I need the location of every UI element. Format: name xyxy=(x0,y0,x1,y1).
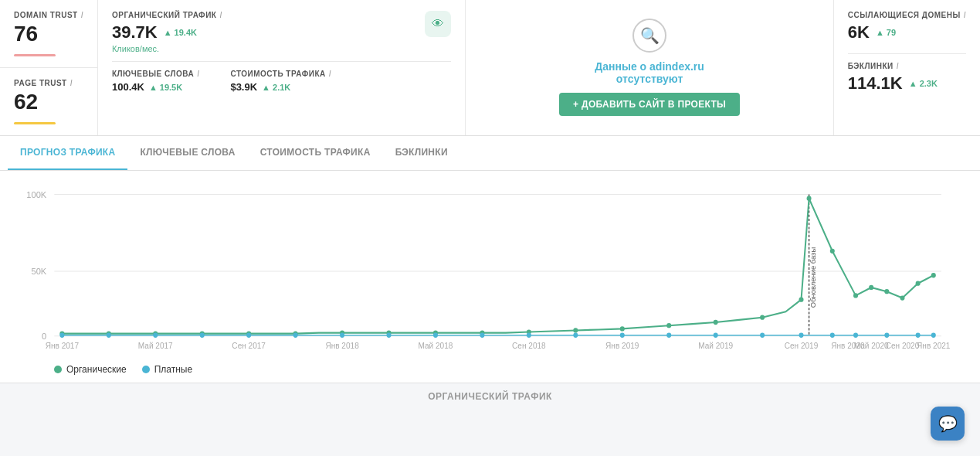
keywords-info-icon[interactable]: i xyxy=(197,70,199,78)
keywords-delta: ▲ 19.5K xyxy=(149,83,182,92)
tab-keywords[interactable]: КЛЮЧЕВЫЕ СЛОВА xyxy=(127,136,247,170)
empty-site-card: 🔍 Данные о adindex.ru отсутствуют + ДОБА… xyxy=(466,0,833,135)
backlinks-title: БЭКЛИНКИ i xyxy=(848,62,966,70)
svg-point-53 xyxy=(916,332,921,337)
domain-trust-value: 76 xyxy=(14,22,83,46)
legend-paid-label: Платные xyxy=(154,364,192,375)
svg-point-42 xyxy=(480,332,484,337)
chart-container: 100K 50K 0 Обновление базы xyxy=(23,186,957,356)
svg-text:Янв 2018: Янв 2018 xyxy=(325,341,359,349)
svg-point-19 xyxy=(573,328,578,332)
domain-trust-title: DOMAIN TRUST i xyxy=(14,11,83,19)
domain-trust-info-icon[interactable]: i xyxy=(81,11,83,19)
page-trust-info-icon[interactable]: i xyxy=(70,79,73,87)
tabs-bar: ПРОГНОЗ ТРАФИКА КЛЮЧЕВЫЕ СЛОВА СТОИМОСТЬ… xyxy=(0,136,980,171)
svg-text:Сен 2020: Сен 2020 xyxy=(886,341,920,349)
legend-organic-dot xyxy=(54,366,62,373)
svg-point-38 xyxy=(293,332,298,337)
svg-point-22 xyxy=(714,319,718,324)
svg-point-54 xyxy=(931,332,936,337)
referring-domains-card: ССЫЛАЮЩИЕСЯ ДОМЕНЫ i 6K ▲ 79 xyxy=(848,11,966,43)
organic-top-left: ОРГАНИЧЕСКИЙ ТРАФИК i 39.7K ▲ 19.4K Клик… xyxy=(112,11,222,53)
svg-point-37 xyxy=(246,332,251,337)
svg-point-40 xyxy=(387,332,392,337)
organic-divider xyxy=(112,61,451,62)
organic-traffic-card: ОРГАНИЧЕСКИЙ ТРАФИК i 39.7K ▲ 19.4K Клик… xyxy=(98,0,466,135)
tab-backlinks[interactable]: БЭКЛИНКИ xyxy=(383,136,460,170)
backlinks-delta: ▲ 2.3K xyxy=(909,79,938,88)
top-cards-row: DOMAIN TRUST i 76 PAGE TRUST i 62 ОРГАНИ… xyxy=(0,0,980,136)
svg-point-35 xyxy=(153,332,158,337)
backlinks-info-icon[interactable]: i xyxy=(897,62,899,70)
svg-point-48 xyxy=(760,332,765,337)
svg-text:Сен 2019: Сен 2019 xyxy=(785,341,819,349)
traffic-cost-mini-card: СТОИМОСТЬ ТРАФИКА i $3.9K ▲ 2.1K xyxy=(230,70,331,93)
svg-text:Май 2019: Май 2019 xyxy=(698,341,733,349)
svg-text:Май 2018: Май 2018 xyxy=(419,341,453,349)
organic-traffic-info-icon[interactable]: i xyxy=(219,11,222,19)
traffic-cost-delta: ▲ 2.1K xyxy=(262,83,290,92)
page-trust-bar xyxy=(14,122,56,124)
svg-point-39 xyxy=(340,332,344,337)
tab-traffic-forecast[interactable]: ПРОГНОЗ ТРАФИКА xyxy=(8,136,127,170)
svg-point-29 xyxy=(884,289,889,294)
keywords-mini-card: КЛЮЧЕВЫЕ СЛОВА i 100.4K ▲ 19.5K xyxy=(112,70,199,93)
tab-traffic-cost[interactable]: СТОИМОСТЬ ТРАФИКА xyxy=(248,136,383,170)
backlinks-card: БЭКЛИНКИ i 114.1K ▲ 2.3K xyxy=(848,62,966,94)
page-trust-title: PAGE TRUST i xyxy=(14,79,83,87)
svg-text:Сен 2017: Сен 2017 xyxy=(232,341,266,349)
keywords-value: 100.4K xyxy=(112,81,144,93)
svg-point-41 xyxy=(433,332,438,337)
svg-text:Май 2017: Май 2017 xyxy=(138,341,173,349)
legend-paid: Платные xyxy=(142,364,192,375)
svg-point-27 xyxy=(853,293,858,298)
backlinks-value: 114.1K xyxy=(848,73,903,94)
svg-text:50K: 50K xyxy=(32,267,47,276)
organic-traffic-value: 39.7K xyxy=(112,22,158,43)
svg-point-47 xyxy=(714,332,718,337)
traffic-cost-info-icon[interactable]: i xyxy=(329,70,331,78)
svg-point-36 xyxy=(200,332,205,337)
svg-text:Янв 2019: Янв 2019 xyxy=(605,341,639,349)
svg-point-46 xyxy=(666,332,671,337)
svg-point-32 xyxy=(931,273,936,277)
svg-point-31 xyxy=(916,281,921,285)
chart-area: 100K 50K 0 Обновление базы xyxy=(0,171,980,383)
svg-text:Обновление базы: Обновление базы xyxy=(809,247,817,307)
svg-point-34 xyxy=(107,332,111,337)
organic-top: ОРГАНИЧЕСКИЙ ТРАФИК i 39.7K ▲ 19.4K Клик… xyxy=(112,11,451,53)
svg-point-49 xyxy=(799,332,803,337)
svg-text:100K: 100K xyxy=(26,189,46,199)
right-cards: ССЫЛАЮЩИЕСЯ ДОМЕНЫ i 6K ▲ 79 БЭКЛИНКИ i … xyxy=(834,0,980,135)
referring-domains-delta: ▲ 79 xyxy=(876,28,896,37)
add-site-button[interactable]: + ДОБАВИТЬ САЙТ В ПРОЕКТЫ xyxy=(559,93,740,116)
svg-point-50 xyxy=(830,332,835,337)
organic-traffic-delta: ▲ 19.4K xyxy=(164,28,197,37)
svg-point-24 xyxy=(799,297,803,301)
svg-text:0: 0 xyxy=(42,331,46,340)
svg-point-44 xyxy=(573,332,578,337)
svg-point-43 xyxy=(527,332,531,337)
domain-trust-card: DOMAIN TRUST i 76 xyxy=(0,0,97,68)
referring-domains-info-icon[interactable]: i xyxy=(964,11,966,19)
svg-point-20 xyxy=(620,326,625,331)
right-divider xyxy=(848,53,966,54)
organic-line xyxy=(62,198,933,333)
search-icon: 🔍 xyxy=(632,19,666,53)
svg-point-21 xyxy=(666,323,671,328)
page-trust-card: PAGE TRUST i 62 xyxy=(0,68,97,135)
organic-eye-icon: 👁 xyxy=(425,11,451,37)
svg-point-33 xyxy=(59,332,64,337)
legend-organic-label: Органические xyxy=(66,364,127,375)
legend-organic: Органические xyxy=(54,364,127,375)
svg-point-52 xyxy=(884,332,889,337)
chart-legend: Органические Платные xyxy=(23,356,957,375)
organic-traffic-title: ОРГАНИЧЕСКИЙ ТРАФИК i xyxy=(112,11,222,19)
svg-point-25 xyxy=(807,196,812,200)
svg-point-51 xyxy=(853,332,858,337)
traffic-cost-value: $3.9K xyxy=(230,81,257,93)
organic-traffic-sublabel: Кликов/мес. xyxy=(112,44,222,53)
svg-text:Май 2020: Май 2020 xyxy=(854,341,889,349)
organic-bottom: КЛЮЧЕВЫЕ СЛОВА i 100.4K ▲ 19.5K СТОИМОСТ… xyxy=(112,70,451,93)
svg-text:Янв 2017: Янв 2017 xyxy=(46,341,80,349)
